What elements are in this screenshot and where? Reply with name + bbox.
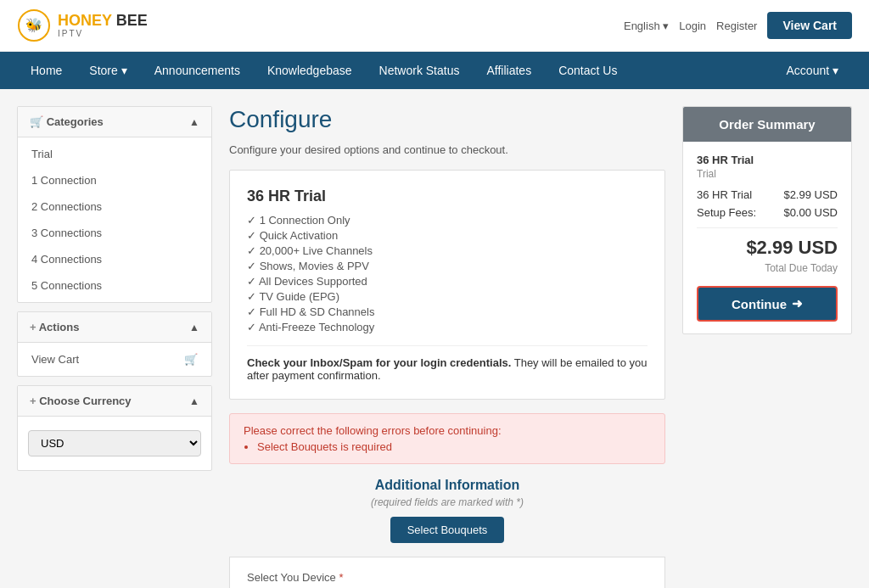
sidebar-categories-section: 🛒 Categories ▲ Trial 1 Connection 2 Conn…	[17, 106, 212, 303]
page-subtitle: Configure your desired options and conti…	[229, 143, 665, 156]
actions-chevron-up-icon: ▲	[189, 322, 199, 333]
device-required-marker: *	[339, 571, 343, 584]
nav-left: Home Store ▾ Announcements Knowledgebase…	[17, 52, 631, 89]
sidebar-currency-inner: USD EUR GBP	[18, 417, 211, 470]
top-right-actions: English ▾ Login Register View Cart	[624, 12, 852, 39]
language-selector[interactable]: English ▾	[624, 20, 669, 32]
nav-account[interactable]: Account ▾	[773, 52, 852, 89]
order-summary: Order Summary 36 HR Trial Trial 36 HR Tr…	[682, 106, 852, 588]
svg-text:🐝: 🐝	[25, 17, 42, 33]
feature-item: Anti-Freeze Technology	[247, 321, 648, 333]
order-line2-label: Setup Fees:	[697, 206, 756, 219]
nav-bar: Home Store ▾ Announcements Knowledgebase…	[0, 52, 869, 89]
sidebar-item-4connections[interactable]: 4 Connections	[18, 246, 211, 272]
nav-network-status[interactable]: Network Status	[366, 52, 474, 89]
sidebar-actions-list: View Cart 🛒	[18, 343, 211, 376]
sidebar-currency-header: + Choose Currency ▲	[18, 386, 211, 417]
order-line1-price: $2.99 USD	[783, 188, 838, 201]
order-product-type: Trial	[697, 168, 838, 180]
product-note: Check your Inbox/Spam for your login cre…	[247, 345, 648, 382]
nav-store[interactable]: Store ▾	[76, 52, 140, 89]
sidebar-item-trial[interactable]: Trial	[18, 141, 211, 167]
additional-info: Additional Information (required fields …	[229, 478, 665, 543]
order-line-1: 36 HR Trial $2.99 USD	[697, 188, 838, 201]
product-card: 36 HR Trial 1 Connection Only Quick Acti…	[229, 170, 665, 400]
plus-icon: +	[30, 321, 36, 333]
sidebar-actions-header: + Actions ▲	[18, 312, 211, 343]
sidebar-view-cart-item[interactable]: View Cart 🛒	[18, 346, 211, 372]
main-content: Configure Configure your desired options…	[229, 106, 665, 588]
cart-icon-small: 🛒	[184, 353, 198, 366]
nav-affiliates[interactable]: Affiliates	[473, 52, 545, 89]
login-link[interactable]: Login	[679, 20, 706, 32]
sidebar-categories-label: 🛒 Categories	[30, 115, 104, 128]
nav-contact-us[interactable]: Contact Us	[545, 52, 631, 89]
order-line2-price: $0.00 USD	[783, 206, 838, 219]
currency-dropdown[interactable]: USD EUR GBP	[28, 430, 201, 456]
feature-item: Full HD & SD Channels	[247, 305, 648, 318]
error-list: Select Bouquets is required	[257, 440, 651, 453]
feature-item: Quick Activation	[247, 229, 648, 242]
continue-button[interactable]: Continue ➜	[697, 286, 838, 322]
currency-plus-icon: +	[30, 395, 36, 407]
feature-item: 1 Connection Only	[247, 214, 648, 227]
chevron-up-icon: ▲	[189, 116, 199, 128]
order-product-name: 36 HR Trial	[697, 154, 838, 166]
sidebar-actions-label: + Actions	[30, 321, 79, 333]
nav-home[interactable]: Home	[17, 52, 76, 89]
cart-icon: 🛒	[30, 115, 43, 128]
page-title: Configure	[229, 106, 665, 133]
logo-icon: 🐝	[17, 8, 51, 42]
nav-announcements[interactable]: Announcements	[141, 52, 254, 89]
top-bar: 🐝 HONEY BEE IPTV English ▾ Login Registe…	[0, 0, 869, 52]
required-note: (required fields are marked with *)	[229, 496, 665, 508]
currency-chevron-up-icon: ▲	[189, 395, 199, 407]
nav-right: Account ▾	[773, 52, 852, 89]
feature-item: Shows, Movies & PPV	[247, 260, 648, 272]
view-cart-button-top[interactable]: View Cart	[767, 12, 852, 39]
select-bouquets-button[interactable]: Select Bouquets	[390, 517, 505, 543]
sidebar-item-5connections[interactable]: 5 Connections	[18, 272, 211, 299]
order-summary-body: 36 HR Trial Trial 36 HR Trial $2.99 USD …	[683, 142, 851, 333]
error-item: Select Bouquets is required	[257, 440, 651, 453]
device-form-group: Select You Device * Smart Phone Tablet S…	[247, 571, 648, 588]
device-label: Select You Device *	[247, 571, 648, 584]
form-section: Select You Device * Smart Phone Tablet S…	[229, 557, 665, 588]
sidebar-item-3connections[interactable]: 3 Connections	[18, 220, 211, 246]
feature-item: TV Guide (EPG)	[247, 290, 648, 303]
main-layout: 🛒 Categories ▲ Trial 1 Connection 2 Conn…	[0, 89, 869, 588]
feature-item: All Devices Supported	[247, 275, 648, 288]
additional-info-title: Additional Information	[229, 478, 665, 493]
arrow-right-icon: ➜	[792, 296, 803, 311]
order-due-label: Total Due Today	[697, 262, 838, 274]
error-box: Please correct the following errors befo…	[229, 413, 665, 464]
order-total: $2.99 USD	[697, 237, 838, 259]
logo-sub: IPTV	[58, 29, 148, 38]
sidebar: 🛒 Categories ▲ Trial 1 Connection 2 Conn…	[17, 106, 212, 588]
logo-text: HONEY BEE	[58, 13, 148, 30]
sidebar-categories-header: 🛒 Categories ▲	[18, 107, 211, 137]
error-header: Please correct the following errors befo…	[244, 424, 502, 437]
sidebar-currency-section: + Choose Currency ▲ USD EUR GBP	[17, 385, 212, 471]
order-summary-box: Order Summary 36 HR Trial Trial 36 HR Tr…	[682, 106, 852, 334]
sidebar-item-1connection[interactable]: 1 Connection	[18, 167, 211, 193]
register-link[interactable]: Register	[716, 20, 757, 32]
order-line-2: Setup Fees: $0.00 USD	[697, 206, 838, 219]
sidebar-categories-list: Trial 1 Connection 2 Connections 3 Conne…	[18, 137, 211, 302]
order-divider	[697, 227, 838, 228]
order-line1-label: 36 HR Trial	[697, 188, 752, 201]
order-summary-header: Order Summary	[683, 107, 851, 142]
logo: 🐝 HONEY BEE IPTV	[17, 8, 148, 42]
nav-knowledgebase[interactable]: Knowledgebase	[254, 52, 366, 89]
feature-item: 20,000+ Live Channels	[247, 244, 648, 257]
sidebar-currency-label: + Choose Currency	[30, 395, 132, 407]
product-name: 36 HR Trial	[247, 188, 648, 205]
sidebar-actions-section: + Actions ▲ View Cart 🛒	[17, 311, 212, 377]
feature-list: 1 Connection Only Quick Activation 20,00…	[247, 214, 648, 333]
sidebar-item-2connections[interactable]: 2 Connections	[18, 193, 211, 220]
